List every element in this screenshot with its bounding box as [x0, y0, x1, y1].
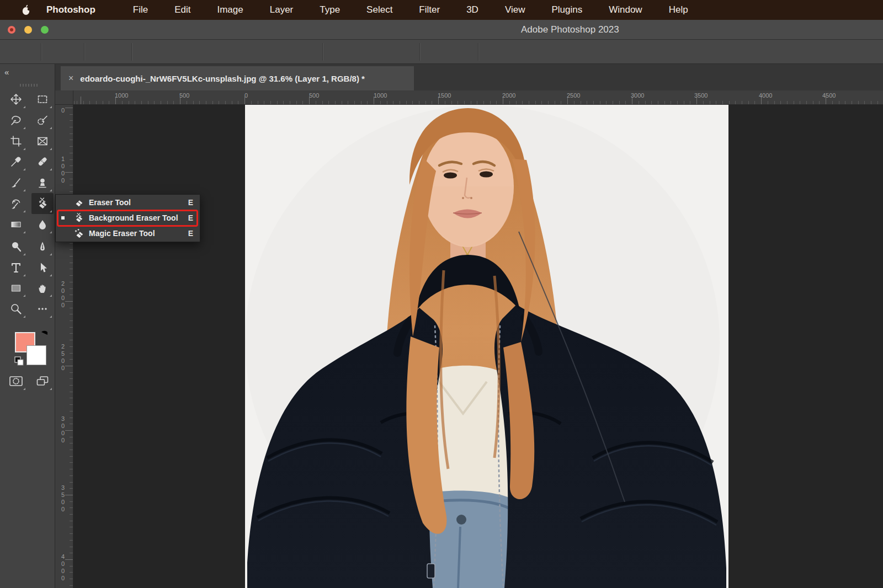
tools-panel: « — [0, 64, 55, 588]
screen-mode-icon — [36, 375, 49, 387]
minimize-window-button[interactable] — [24, 26, 32, 34]
collapse-panel-button[interactable]: « — [4, 67, 8, 77]
crop-tool[interactable] — [5, 131, 27, 152]
clone-stamp-icon — [36, 177, 49, 189]
frame-tool[interactable] — [31, 131, 54, 152]
lasso-tool[interactable] — [5, 110, 27, 131]
ruler-tick-label: 3000 — [60, 415, 66, 444]
menubar-item[interactable]: Edit — [161, 4, 204, 15]
menubar-item[interactable]: View — [492, 4, 539, 15]
ruler-tick-label: 2500 — [567, 92, 580, 99]
menu-item-background-eraser-tool[interactable]: Background Eraser Tool E — [56, 210, 200, 226]
pen-icon — [36, 240, 49, 253]
move-icon — [10, 93, 22, 105]
marquee-tool[interactable] — [31, 89, 54, 110]
pen-tool[interactable] — [31, 236, 54, 257]
hand-tool[interactable] — [31, 277, 54, 298]
zoom-window-button[interactable] — [41, 26, 49, 34]
menubar-item[interactable]: Window — [595, 4, 655, 15]
menu-item-eraser-tool[interactable]: Eraser Tool E — [56, 195, 200, 210]
tool-options-bar: 493 Limits: Contiguous — [0, 40, 883, 64]
close-window-button[interactable] — [8, 26, 15, 34]
menubar-item[interactable]: 3D — [453, 4, 492, 15]
menu-item-magic-eraser-tool[interactable]: Magic Eraser Tool E — [56, 226, 200, 241]
ruler-tick-label: 1000 — [60, 156, 66, 184]
ruler-tick-label: 3000 — [631, 92, 644, 99]
frame-icon — [36, 135, 49, 147]
menu-item-shortcut: E — [188, 198, 193, 207]
menu-item-label: Magic Eraser Tool — [89, 229, 155, 238]
menubar-item[interactable]: Help — [656, 4, 701, 15]
dodge-tool[interactable] — [5, 236, 27, 257]
clone-stamp-tool[interactable] — [31, 172, 54, 193]
document-tab[interactable]: × edoardo-cuoghi-_NrW6FV5LKc-unsplash.jp… — [61, 66, 414, 90]
crop-icon — [10, 135, 22, 147]
eraser-icon — [73, 197, 84, 208]
history-brush-tool[interactable] — [5, 193, 27, 214]
menu-item-label: Eraser Tool — [89, 198, 131, 207]
type-tool-icon — [10, 261, 22, 274]
selection-brush-tool[interactable] — [31, 110, 54, 131]
menubar-item[interactable]: Plugins — [538, 4, 595, 15]
lasso-icon — [10, 114, 22, 126]
brush-tool[interactable] — [5, 172, 27, 193]
ruler-corner — [55, 90, 73, 105]
ruler-tick-label: 1000 — [115, 92, 128, 99]
window-title: Adobe Photoshop 2023 — [521, 24, 619, 35]
quick-mask-button[interactable] — [5, 371, 27, 392]
menubar-item[interactable]: Image — [204, 4, 256, 15]
ruler-tick-label: 1500 — [438, 92, 451, 99]
document-tab-title: edoardo-cuoghi-_NrW6FV5LKc-unsplash.jpg … — [80, 74, 365, 83]
move-tool[interactable] — [5, 89, 27, 110]
photo-illustration — [245, 105, 728, 588]
document-canvas[interactable] — [73, 105, 883, 588]
eyedropper-icon — [10, 156, 22, 168]
healing-brush-icon — [36, 156, 49, 168]
menubar-item[interactable]: File — [120, 4, 161, 15]
swap-colors-icon[interactable] — [39, 329, 51, 341]
menu-item-shortcut: E — [188, 213, 193, 222]
type-tool[interactable] — [5, 257, 27, 278]
dodge-icon — [10, 240, 22, 253]
ruler-tick-label: 3500 — [60, 484, 66, 513]
photo-model-in-fur-jacket[interactable] — [245, 105, 728, 588]
menubar-item[interactable]: Filter — [406, 4, 453, 15]
document-tab-bar: × edoardo-cuoghi-_NrW6FV5LKc-unsplash.jp… — [55, 64, 883, 90]
horizontal-ruler: 1000500050010001500200025003000350040004… — [73, 90, 883, 105]
panel-grip[interactable] — [20, 84, 39, 87]
rectangle-tool[interactable] — [5, 277, 27, 298]
menubar-item[interactable]: Layer — [257, 4, 307, 15]
background-eraser-tool-selected[interactable] — [31, 193, 54, 214]
ruler-tick-label: 3500 — [694, 92, 708, 99]
ruler-tick-label: 500 — [309, 92, 319, 99]
zoom-tool[interactable] — [5, 298, 27, 319]
blur-tool[interactable] — [31, 214, 54, 235]
ruler-tick-label: 500 — [179, 92, 189, 99]
window-titlebar: Adobe Photoshop 2023 — [0, 20, 883, 40]
more-tools-button[interactable] — [31, 298, 54, 319]
menubar-item[interactable]: Select — [353, 4, 406, 15]
hand-icon — [36, 282, 49, 294]
background-eraser-icon — [36, 197, 49, 210]
menubar-item[interactable]: Type — [306, 4, 353, 15]
brush-icon — [10, 177, 22, 189]
apple-logo-icon[interactable] — [21, 4, 31, 15]
ruler-tick-label: 2000 — [60, 280, 66, 309]
menu-item-shortcut: E — [188, 229, 193, 238]
tab-close-icon[interactable]: × — [68, 73, 73, 83]
quick-mask-icon — [9, 375, 23, 387]
background-color-swatch[interactable] — [26, 345, 46, 365]
history-brush-icon — [10, 197, 22, 210]
screen-mode-button[interactable] — [31, 371, 54, 392]
path-selection-tool[interactable] — [31, 257, 54, 278]
gradient-tool[interactable] — [5, 214, 27, 235]
spot-healing-tool[interactable] — [31, 151, 54, 172]
eyedropper-tool[interactable] — [5, 151, 27, 172]
rectangle-icon — [10, 282, 22, 294]
ruler-tick-label: 2000 — [502, 92, 515, 99]
menu-app-name[interactable]: Photoshop — [46, 4, 95, 15]
default-colors-icon[interactable] — [13, 355, 25, 367]
menubar-items: FileEditImageLayerTypeSelectFilter3DView… — [120, 4, 701, 15]
ruler-tick-label: 0 — [60, 107, 66, 114]
magic-eraser-icon — [73, 228, 84, 239]
